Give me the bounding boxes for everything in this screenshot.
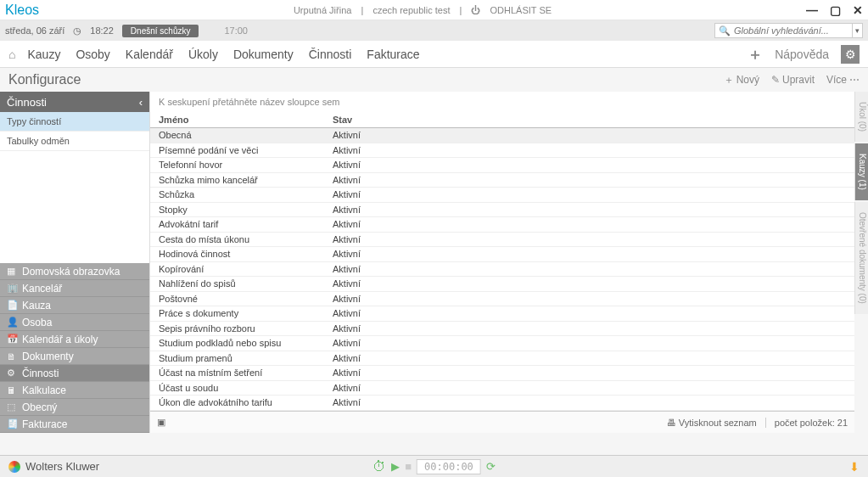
new-action[interactable]: ＋Nový xyxy=(724,73,759,87)
sidebar-nav-item[interactable]: ⚙Činnosti xyxy=(0,365,149,382)
home-icon[interactable]: ⌂ xyxy=(8,48,15,61)
nav-item-kalendář[interactable]: Kalendář xyxy=(126,48,173,61)
table-row[interactable]: PoštovnéAktivní xyxy=(150,292,854,307)
table-row[interactable]: Telefonní hovorAktivní xyxy=(150,158,854,173)
cell-status: Aktivní xyxy=(333,175,846,185)
refresh-icon[interactable]: ⟳ xyxy=(486,460,496,473)
cell-name: Poštovné xyxy=(159,294,333,304)
cell-name: Kopírování xyxy=(159,264,333,274)
global-search[interactable]: 🔍 ▾ xyxy=(714,23,863,38)
current-date: středa, 06 září xyxy=(5,25,64,36)
cell-name: Úkon dle advokátního tarifu xyxy=(159,397,333,407)
nav-item-úkoly[interactable]: Úkoly xyxy=(188,48,218,61)
nav-item-osoby[interactable]: Osoby xyxy=(76,48,109,61)
main-nav: ⌂ KauzyOsobyKalendářÚkolyDokumentyČinnos… xyxy=(0,41,868,68)
table-row[interactable]: Písemné podání ve věciAktivní xyxy=(150,143,854,159)
cell-status: Aktivní xyxy=(333,383,846,393)
group-hint[interactable]: K seskupení přetáhněte název sloupce sem xyxy=(150,92,854,112)
rail-tab[interactable]: Otevřené dokumenty (0) xyxy=(854,202,868,314)
help-link[interactable]: Nápověda xyxy=(775,48,829,61)
table-row[interactable]: Účast u souduAktivní xyxy=(150,381,854,396)
global-search-input[interactable] xyxy=(734,25,852,36)
nav-icon: 🏢 xyxy=(7,283,17,294)
column-name[interactable]: Jméno xyxy=(159,115,333,125)
app-brand: Kleos xyxy=(5,3,39,18)
table-row[interactable]: SchůzkaAktivní xyxy=(150,188,854,203)
sidebar-nav-item[interactable]: 🏢Kancelář xyxy=(0,280,149,297)
cell-status: Aktivní xyxy=(333,130,846,140)
table-row[interactable]: Advokátní tarifAktivní xyxy=(150,217,854,233)
rail-tab[interactable]: Kauzy (1) xyxy=(854,143,868,200)
sidebar-nav-item[interactable]: 📄Kauza xyxy=(0,297,149,314)
activity-types-grid: K seskupení přetáhněte název sloupce sem… xyxy=(149,92,854,433)
cell-status: Aktivní xyxy=(333,189,846,199)
cell-name: Schůzka mimo kancelář xyxy=(159,175,333,185)
current-time: 18:22 xyxy=(90,25,114,36)
sidebar-nav-item[interactable]: ▦Domovská obrazovka xyxy=(0,263,149,280)
nav-item-činnosti[interactable]: Činnosti xyxy=(309,48,352,61)
table-row[interactable]: StopkyAktivní xyxy=(150,203,854,218)
window-minimize-button[interactable]: ― xyxy=(806,3,818,17)
window-close-button[interactable]: ✕ xyxy=(853,3,863,17)
window-titlebar: Kleos Urputná Jiřina | czech republic te… xyxy=(0,0,868,20)
table-row[interactable]: Úkon dle advokátního tarifuAktivní xyxy=(150,396,854,411)
edit-action[interactable]: ✎Upravit xyxy=(771,74,815,86)
logout-link[interactable]: ODHLÁSIT SE xyxy=(490,5,552,15)
sidebar-sub-item[interactable]: Typy činností xyxy=(0,112,149,132)
column-status[interactable]: Stav xyxy=(333,115,846,125)
cell-status: Aktivní xyxy=(333,278,846,289)
power-icon[interactable]: ⏻ xyxy=(471,5,480,15)
table-row[interactable]: Hodinová činnostAktivní xyxy=(150,247,854,262)
table-header: Jméno Stav xyxy=(150,112,854,128)
clock-icon: ◷ xyxy=(73,25,81,36)
nav-item-fakturace[interactable]: Fakturace xyxy=(367,48,419,61)
sidebar-nav-item[interactable]: 🗎Dokumenty xyxy=(0,348,149,365)
cell-name: Sepis právního rozboru xyxy=(159,323,333,334)
cell-name: Nahlížení do spisů xyxy=(159,278,333,289)
sidebar-nav-item[interactable]: 👤Osoba xyxy=(0,314,149,331)
nav-icon: ⬚ xyxy=(7,401,17,412)
sidebar-section-header[interactable]: Činnosti ‹ xyxy=(0,92,149,112)
download-icon[interactable]: ⬇ xyxy=(849,460,860,474)
play-icon[interactable]: ▶ xyxy=(391,460,400,473)
camera-icon[interactable]: ▣ xyxy=(157,417,165,428)
nav-item-kauzy[interactable]: Kauzy xyxy=(27,48,60,61)
stop-icon[interactable]: ■ xyxy=(405,460,412,473)
sidebar-nav-item[interactable]: 🖩Kalkulace xyxy=(0,382,149,399)
cell-status: Aktivní xyxy=(333,353,846,363)
plus-icon: ＋ xyxy=(724,73,734,87)
table-row[interactable]: Studium podkladů nebo spisuAktivní xyxy=(150,336,854,351)
table-row[interactable]: KopírováníAktivní xyxy=(150,262,854,278)
print-icon: 🖶 xyxy=(667,418,676,428)
cell-name: Obecná xyxy=(159,130,333,140)
stopwatch-icon[interactable]: ⏱ xyxy=(372,459,386,474)
cell-status: Aktivní xyxy=(333,308,846,318)
nav-item-dokumenty[interactable]: Dokumenty xyxy=(233,48,294,61)
sidebar-nav-item[interactable]: 🧾Fakturace xyxy=(0,416,149,433)
print-list-button[interactable]: Vytisknout seznam xyxy=(679,418,757,428)
sidebar-nav-item[interactable]: 📅Kalendář a úkoly xyxy=(0,331,149,348)
cell-name: Schůzka xyxy=(159,189,333,199)
rail-tab[interactable]: Úkol (0) xyxy=(854,92,868,142)
add-button[interactable]: ＋ xyxy=(748,44,763,65)
table-row[interactable]: Cesta do místa úkonuAktivní xyxy=(150,233,854,248)
table-row[interactable]: Schůzka mimo kancelářAktivní xyxy=(150,173,854,188)
today-meetings-badge[interactable]: Dnešní schůzky xyxy=(122,25,199,37)
sidebar-sub-item[interactable]: Tabulky odměn xyxy=(0,132,149,151)
config-sidebar: Činnosti ‹ Typy činnostíTabulky odměn ▦D… xyxy=(0,92,149,433)
nav-icon: 👤 xyxy=(7,317,17,328)
table-row[interactable]: Práce s dokumentyAktivní xyxy=(150,306,854,322)
table-row[interactable]: Studium pramenůAktivní xyxy=(150,351,854,367)
table-row[interactable]: Sepis právního rozboruAktivní xyxy=(150,322,854,337)
table-row[interactable]: Nahlížení do spisůAktivní xyxy=(150,277,854,292)
cell-status: Aktivní xyxy=(333,234,846,244)
more-action[interactable]: Více ⋯ xyxy=(826,74,860,86)
window-maximize-button[interactable]: ▢ xyxy=(830,3,841,17)
sidebar-nav-item[interactable]: ⬚Obecný xyxy=(0,399,149,416)
table-row[interactable]: Účast na místním šetřeníAktivní xyxy=(150,366,854,381)
settings-button[interactable]: ⚙ xyxy=(841,45,860,64)
search-dropdown-button[interactable]: ▾ xyxy=(852,24,862,37)
cell-status: Aktivní xyxy=(333,397,846,407)
table-row[interactable]: ObecnáAktivní xyxy=(150,128,854,143)
timer-value: 00:00:00 xyxy=(417,459,481,474)
